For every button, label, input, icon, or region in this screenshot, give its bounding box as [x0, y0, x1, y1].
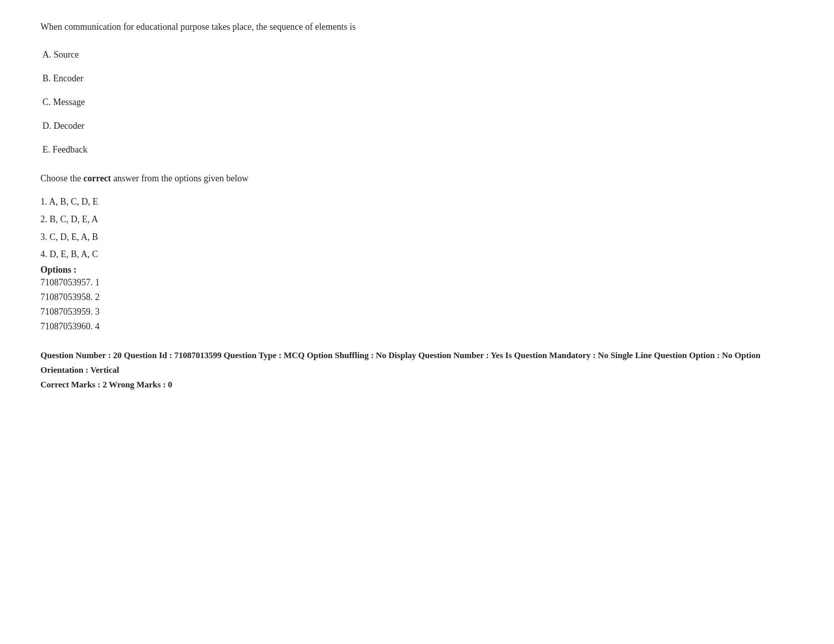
option-a-text: Source	[54, 49, 79, 60]
options-section: Options : 71087053957. 1 71087053958. 2 …	[40, 265, 794, 333]
answer-text-3: C, D, E, A, B	[50, 232, 98, 242]
options-list: A. Source B. Encoder C. Message D. Decod…	[40, 48, 794, 157]
option-id-4-id: 71087053960.	[40, 321, 93, 331]
option-c-label: C.	[42, 97, 53, 107]
answer-text-1: A, B, C, D, E	[49, 196, 98, 207]
option-b-text: Encoder	[53, 73, 83, 83]
answer-num-3: 3.	[40, 232, 50, 242]
option-id-3-num: 3	[95, 307, 100, 317]
answer-num-1: 1.	[40, 196, 49, 207]
option-id-4-num: 4	[95, 321, 100, 331]
option-id-2-id: 71087053958.	[40, 292, 93, 302]
option-e-label: E.	[42, 144, 53, 155]
question-container: When communication for educational purpo…	[40, 20, 794, 392]
option-d-text: Decoder	[54, 121, 84, 131]
option-id-2-num: 2	[95, 292, 100, 302]
instruction-bold: correct	[83, 173, 111, 183]
option-id-3-id: 71087053959.	[40, 307, 93, 317]
answer-text-2: B, C, D, E, A	[50, 214, 98, 224]
answer-text-4: D, E, B, A, C	[50, 249, 98, 259]
option-b: B. Encoder	[40, 72, 794, 85]
instruction-suffix: answer from the options given below	[111, 173, 249, 183]
option-c: C. Message	[40, 95, 794, 109]
answer-choice-3: 3. C, D, E, A, B	[40, 230, 794, 244]
option-id-2: 71087053958. 2	[40, 290, 794, 305]
option-id-3: 71087053959. 3	[40, 305, 794, 319]
option-id-1-num: 1	[95, 277, 100, 287]
answer-choices: 1. A, B, C, D, E 2. B, C, D, E, A 3. C, …	[40, 194, 794, 262]
options-label: Options :	[40, 265, 794, 275]
option-d: D. Decoder	[40, 119, 794, 133]
option-a: A. Source	[40, 48, 794, 62]
answer-choice-4: 4. D, E, B, A, C	[40, 247, 794, 262]
option-e-text: Feedback	[53, 144, 87, 155]
option-b-label: B.	[42, 73, 53, 83]
answer-choice-1: 1. A, B, C, D, E	[40, 194, 794, 209]
instruction: Choose the correct answer from the optio…	[40, 172, 794, 185]
option-e: E. Feedback	[40, 143, 794, 157]
metadata: Question Number : 20 Question Id : 71087…	[40, 349, 794, 392]
answer-num-4: 4.	[40, 249, 50, 259]
option-id-1: 71087053957. 1	[40, 275, 794, 290]
option-d-label: D.	[42, 121, 54, 131]
option-id-1-id: 71087053957.	[40, 277, 93, 287]
instruction-prefix: Choose the	[40, 173, 83, 183]
marks-line: Correct Marks : 2 Wrong Marks : 0	[40, 378, 794, 392]
option-c-text: Message	[53, 97, 85, 107]
answer-num-2: 2.	[40, 214, 50, 224]
metadata-line1: Question Number : 20 Question Id : 71087…	[40, 349, 794, 378]
option-a-label: A.	[42, 49, 54, 60]
option-id-4: 71087053960. 4	[40, 319, 794, 334]
question-text: When communication for educational purpo…	[40, 20, 794, 34]
answer-choice-2: 2. B, C, D, E, A	[40, 212, 794, 227]
